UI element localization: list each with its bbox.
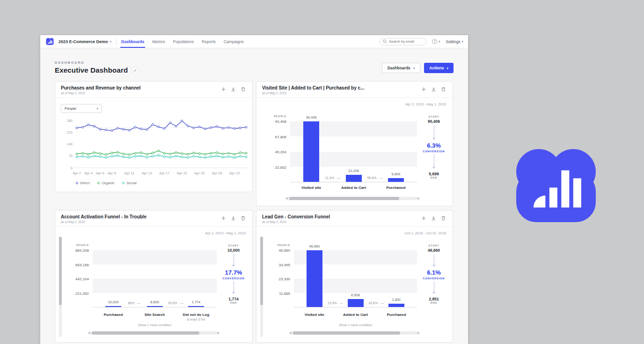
settings-menu[interactable]: Settings ▾ [446, 39, 463, 44]
y-axis-tick: 442,104 [75, 277, 89, 281]
funnel-bar-visited-site[interactable] [307, 250, 322, 307]
show-more-conditions[interactable]: Show 1 more condition [294, 323, 417, 327]
trash-icon[interactable] [241, 215, 247, 221]
help-menu[interactable]: ? ▾ [432, 39, 440, 44]
chevron-down-icon: ▾ [446, 67, 448, 70]
conversion-summary: START46,6606.1%CONVERSION2,851END [419, 244, 449, 304]
trash-icon[interactable] [241, 86, 247, 92]
end-label: END [431, 176, 438, 179]
card-visited-added-purchased-funnel: Visited Site | Added to Cart | Purchased… [256, 81, 453, 206]
conversion-rate: 6.1% [427, 269, 441, 276]
dashboards-dropdown-label: Dashboards [388, 66, 410, 70]
horizontal-scrollbar[interactable]: ◂ ▸ [289, 331, 420, 335]
legend-dot [76, 182, 78, 184]
scroll-right-icon[interactable]: ▸ [218, 331, 219, 335]
scroll-left-icon[interactable]: ◂ [290, 331, 291, 335]
scroll-right-icon[interactable]: ▸ [418, 331, 419, 335]
nav-reports[interactable]: Reports [202, 35, 216, 48]
card-subtitle: as of May 2, 2023 [262, 91, 364, 95]
scrollbar-thumb[interactable] [289, 197, 399, 200]
start-label: START [429, 115, 439, 118]
legend-item-social[interactable]: Social [122, 181, 137, 185]
horizontal-scrollbar[interactable]: ◂ ▸ [285, 197, 420, 200]
start-value: 90,406 [428, 119, 440, 124]
y-axis-tick: 90,408 [275, 120, 286, 124]
people-dropdown[interactable]: People ▾ [61, 104, 102, 113]
horizontal-scrollbar[interactable]: ◂ ▸ [88, 331, 220, 335]
trash-icon[interactable] [441, 215, 447, 221]
plot-stripe [93, 279, 217, 293]
scrollbar-thumb[interactable] [92, 331, 199, 335]
divider [116, 38, 117, 45]
plus-icon[interactable] [221, 215, 227, 221]
svg-text:140: 140 [66, 142, 73, 146]
edit-title-button[interactable] [132, 67, 139, 74]
down-arrow-icon [234, 281, 234, 293]
funnel-bar-site-search[interactable] [147, 306, 163, 307]
nav-populations[interactable]: Populations [173, 35, 194, 48]
legend-item-direct[interactable]: Direct [76, 181, 90, 185]
down-arrow-icon [434, 125, 434, 139]
funnel-bar-visited-site[interactable] [303, 121, 319, 182]
right-arrow-icon: → [377, 176, 384, 179]
step-conversion-percent: 55.8%→ [361, 176, 389, 179]
svg-text:Apr 8: Apr 8 [108, 171, 116, 175]
right-arrow-icon: → [177, 301, 184, 305]
line-chart[interactable]: 280210140700Apr 2Apr 4Apr 6Apr 8Apr 11Ap… [60, 115, 250, 176]
export-icon[interactable] [231, 215, 237, 221]
actions-label: Actions [429, 66, 444, 70]
export-icon[interactable] [431, 86, 437, 92]
funnel-plot: 46,6606,5062,85113.9%→43.8%→ [294, 250, 417, 307]
scrollbar-thumb[interactable] [293, 331, 400, 335]
y-axis-tick: 11,665 [279, 291, 290, 295]
y-axis-tick: 45,204 [275, 150, 286, 154]
scrollbar-thumb[interactable] [59, 237, 62, 305]
nav-metrics[interactable]: Metrics [152, 35, 165, 48]
trash-icon[interactable] [441, 86, 447, 92]
vertical-scrollbar[interactable] [260, 237, 263, 337]
scroll-left-icon[interactable]: ◂ [286, 197, 287, 200]
kissmetrics-logo [516, 149, 596, 222]
show-more-conditions[interactable]: Show 1 more condition [93, 323, 217, 327]
bar-value: 10,208 [333, 169, 375, 173]
step-conversion-percent: 86%→ [120, 301, 148, 305]
chevron-down-icon: ▾ [96, 107, 98, 110]
nav-campaigns[interactable]: Campaigns [224, 35, 244, 48]
plus-icon[interactable] [221, 86, 227, 92]
plot-stripe [93, 250, 217, 264]
workspace-selector[interactable]: 2023 E-Commerce Demo ▾ [59, 39, 111, 44]
card-title: Visited Site | Added to Cart | Purchased… [262, 85, 364, 90]
funnel-bar-added-to-cart[interactable] [348, 299, 364, 307]
funnel-bar-purchased[interactable] [388, 304, 404, 307]
scroll-right-icon[interactable]: ▸ [418, 197, 419, 200]
funnel-bar-did-not-do-log[interactable] [188, 306, 204, 307]
conversion-summary: START90,4066.3%CONVERSION5,699END [419, 115, 449, 179]
search-input[interactable] [389, 39, 423, 44]
plus-icon[interactable] [421, 215, 427, 221]
scroll-left-icon[interactable]: ◂ [88, 331, 90, 335]
svg-text:Apr 20: Apr 20 [177, 171, 187, 175]
plus-icon[interactable] [421, 86, 427, 92]
vertical-scrollbar[interactable] [59, 237, 62, 337]
workspace-name: 2023 E-Commerce Demo [59, 39, 108, 44]
step-conversion-percent: 20.6%→ [161, 301, 190, 305]
actions-button[interactable]: Actions ▾ [424, 63, 454, 73]
dashboards-dropdown-button[interactable]: Dashboards ▾ [382, 63, 421, 73]
chevron-down-icon: ▾ [413, 67, 415, 70]
conversion-label: CONVERSION [223, 277, 245, 280]
legend-item-organic[interactable]: Organic [97, 181, 115, 185]
export-icon[interactable] [431, 215, 437, 221]
svg-text:Apr 14: Apr 14 [142, 171, 152, 175]
search-box[interactable] [380, 38, 426, 45]
funnel-bar-purchased[interactable] [388, 178, 404, 182]
svg-text:Apr 29: Apr 29 [229, 171, 240, 175]
conversion-label: CONVERSION [423, 277, 445, 280]
funnel-plot: 10,0008,6001,77486%→20.6%→ [93, 250, 217, 307]
chevron-down-icon: ▾ [110, 40, 112, 43]
scrollbar-thumb[interactable] [260, 237, 263, 305]
funnel-bar-added-to-cart[interactable] [346, 175, 362, 182]
funnel-bar-purchased[interactable] [105, 306, 121, 307]
export-icon[interactable] [231, 86, 237, 92]
settings-label: Settings [446, 39, 461, 44]
nav-dashboards[interactable]: Dashboards [121, 35, 144, 48]
